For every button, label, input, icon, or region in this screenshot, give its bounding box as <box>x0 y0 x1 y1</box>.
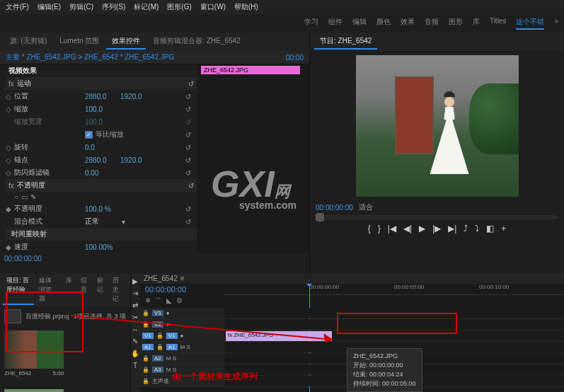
position-keyframe-icon[interactable]: ◇ <box>6 93 14 100</box>
reset-icon[interactable]: ↺ <box>185 105 191 113</box>
track-lock-icon[interactable]: 🔒 <box>142 378 149 384</box>
type-tool-icon[interactable]: T <box>133 362 137 369</box>
position-x[interactable]: 2880.0 <box>85 93 120 100</box>
opacity-section[interactable]: 不透明度 <box>17 180 188 190</box>
tab-audio-mixer[interactable]: 音频剪辑混合器: ZHE_6542 <box>147 34 246 50</box>
link-icon[interactable]: ⌒ <box>155 296 162 306</box>
reset-icon[interactable]: ↺ <box>185 218 191 226</box>
selection-tool-icon[interactable]: ▶ <box>132 277 138 285</box>
ws-effects[interactable]: 效果 <box>401 17 415 30</box>
tab-lumetri[interactable]: Lumetri 范围 <box>54 34 105 50</box>
play-icon[interactable]: ▶ <box>419 224 425 234</box>
menu-marker[interactable]: 标记(M) <box>134 2 159 12</box>
timeline-name[interactable]: ZHE_6542 <box>144 275 178 282</box>
go-in-icon[interactable]: |◀ <box>388 224 396 234</box>
marker-icon[interactable]: ◣ <box>166 296 172 306</box>
remap-section[interactable]: 时间重映射 <box>11 229 194 239</box>
menu-clip[interactable]: 剪辑(C) <box>69 2 93 12</box>
program-fit[interactable]: 适合 <box>359 202 373 212</box>
reset-icon[interactable]: ↺ <box>185 169 191 177</box>
anchor-y[interactable]: 1920.0 <box>120 156 156 164</box>
tab-libraries[interactable]: 库 <box>62 275 76 305</box>
reset-icon[interactable]: ↺ <box>185 93 191 100</box>
project-item[interactable]: 0016.JPG5:00 <box>4 389 64 392</box>
menu-help[interactable]: 帮助(H) <box>234 2 258 12</box>
ws-learn[interactable]: 学习 <box>304 17 318 30</box>
program-preview[interactable] <box>356 55 519 197</box>
scale-value[interactable]: 100.0 <box>85 105 120 113</box>
tab-effect-controls[interactable]: 效果控件 <box>106 34 146 50</box>
reset-icon[interactable]: ↺ <box>185 205 191 213</box>
menu-sequence[interactable]: 序列(S) <box>102 2 125 12</box>
ws-custom[interactable]: 这个不错 <box>516 17 544 30</box>
track-ms[interactable]: M S <box>166 355 176 362</box>
export-frame-icon[interactable]: ◧ <box>486 224 494 234</box>
tab-media-browser[interactable]: 媒体浏览器 <box>35 275 61 305</box>
menu-file[interactable]: 文件(F) <box>6 2 29 12</box>
reset-icon[interactable]: ↺ <box>185 118 191 126</box>
menu-graphics[interactable]: 图形(G) <box>167 2 191 12</box>
menu-edit[interactable]: 编辑(E) <box>38 2 61 12</box>
ws-titles[interactable]: Titles <box>490 17 507 30</box>
flicker-keyframe-icon[interactable]: ◇ <box>6 169 14 177</box>
motion-section[interactable]: 运动 <box>17 79 188 88</box>
extract-icon[interactable]: ⤵ <box>475 224 479 234</box>
anchor-keyframe-icon[interactable]: ◇ <box>6 156 14 164</box>
rotation-keyframe-icon[interactable]: ◇ <box>6 144 14 151</box>
mask-rect-icon[interactable]: ▭ <box>21 193 28 201</box>
tab-info[interactable]: 信息 <box>77 275 91 305</box>
step-fwd-icon[interactable]: |▶ <box>432 224 441 234</box>
tab-program[interactable]: 节目: ZHE_6542 <box>314 34 377 50</box>
ws-libraries[interactable]: 库 <box>473 17 480 30</box>
ws-overflow-icon[interactable]: » <box>554 17 558 30</box>
ws-graphics[interactable]: 图形 <box>449 17 463 30</box>
track-lock-icon[interactable]: 🔒 <box>142 367 149 373</box>
timeline-tc[interactable]: 00:00:00:00 <box>139 284 224 295</box>
track-a2[interactable]: A2 <box>152 355 163 362</box>
ws-assembly[interactable]: 组件 <box>328 17 343 30</box>
project-item[interactable]: ZHE_65425:00 <box>4 330 64 376</box>
track-lock-icon[interactable]: 🔒 <box>142 355 149 362</box>
opacity-toggle[interactable]: fx <box>8 182 14 190</box>
mark-out-icon[interactable]: } <box>378 224 381 234</box>
tab-project[interactable]: 项目: 百度经验 <box>3 275 34 305</box>
scale-keyframe-icon[interactable]: ◇ <box>6 105 14 113</box>
motion-reset-icon[interactable]: ↺ <box>188 80 194 88</box>
ec-timeline-clip[interactable]: ZHE_6542.JPG <box>201 66 300 74</box>
opacity-value[interactable]: 100.0 % <box>85 205 120 213</box>
settings-icon[interactable]: + <box>501 224 506 234</box>
reset-icon[interactable]: ↺ <box>185 131 191 139</box>
uniform-scale-checkbox[interactable]: ✓ <box>85 131 93 139</box>
ws-editing[interactable]: 编辑 <box>352 17 367 30</box>
lift-icon[interactable]: ⤴ <box>464 224 468 234</box>
ws-color[interactable]: 颜色 <box>376 17 391 30</box>
opacity-kf-icon[interactable]: ◆ <box>6 205 14 213</box>
flicker-value[interactable]: 0.00 <box>85 169 120 177</box>
position-y[interactable]: 1920.0 <box>120 93 156 100</box>
snap-icon[interactable]: ❄ <box>145 296 151 306</box>
reset-icon[interactable]: ↺ <box>185 156 191 164</box>
step-back-icon[interactable]: ◀| <box>403 224 412 234</box>
track-a3[interactable]: A3 <box>152 367 163 373</box>
mask-circle-icon[interactable]: ○ <box>14 193 18 201</box>
motion-toggle[interactable]: fx <box>8 80 14 88</box>
ripple-tool-icon[interactable]: ⇄ <box>132 301 138 309</box>
speed-kf-icon[interactable]: ◆ <box>6 243 14 251</box>
tab-history[interactable]: 历史记 <box>109 275 127 305</box>
rotation-value[interactable]: 0.0 <box>85 144 120 151</box>
ws-audio[interactable]: 音频 <box>425 17 439 30</box>
program-tc[interactable]: 00:00:00:00 <box>316 204 353 212</box>
tab-markers[interactable]: 标记 <box>93 275 108 305</box>
blend-value[interactable]: 正常 <box>85 217 120 226</box>
tab-source[interactable]: 源: (无剪辑) <box>4 34 52 50</box>
track-select-tool-icon[interactable]: ⇥ <box>132 289 138 297</box>
program-scrubber[interactable] <box>316 215 558 219</box>
speed-value[interactable]: 100.00% <box>85 243 120 251</box>
mark-in-icon[interactable]: { <box>368 224 371 234</box>
track-master[interactable]: 主声道 <box>152 377 169 385</box>
reset-icon[interactable]: ↺ <box>185 144 191 151</box>
menu-window[interactable]: 窗口(W) <box>200 2 226 12</box>
go-out-icon[interactable]: ▶| <box>448 224 456 234</box>
anchor-x[interactable]: 2880.0 <box>85 156 120 164</box>
mask-pen-icon[interactable]: ✎ <box>30 193 36 201</box>
